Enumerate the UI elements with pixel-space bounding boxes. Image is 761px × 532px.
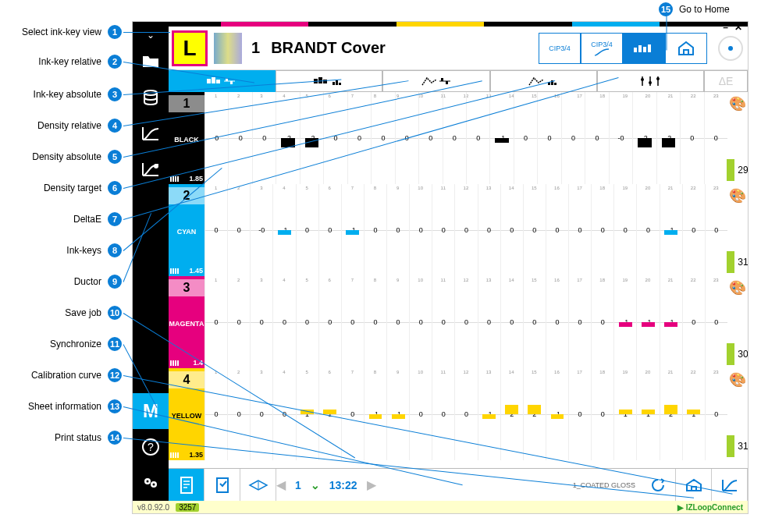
job-thumbnail[interactable] xyxy=(214,33,242,64)
ink-zone-cell[interactable]: 2 xyxy=(500,368,523,460)
ink-zone-cell[interactable]: 0 xyxy=(204,276,227,368)
ink-zone-cell[interactable]: 0 xyxy=(705,276,727,368)
tab-inkkey-absolute[interactable] xyxy=(276,70,382,92)
ink-zone-cell[interactable]: 0 xyxy=(613,184,636,276)
ink-zone-cell[interactable]: 0 xyxy=(409,184,432,276)
ink-zone-cell[interactable]: 0 xyxy=(568,184,591,276)
ink-zone-cell[interactable]: 0 xyxy=(296,276,318,368)
ink-zone-cell[interactable]: 0 xyxy=(227,184,250,276)
ink-zone-cell[interactable]: 0 xyxy=(371,92,394,184)
ink-zone-cell[interactable]: -1 xyxy=(546,368,568,460)
ink-zone-cell[interactable]: -0 xyxy=(609,92,632,184)
ink-zone-cell[interactable]: 0 xyxy=(364,276,386,368)
ink-zone-cell[interactable]: 0 xyxy=(537,92,560,184)
ink-zone-cell[interactable]: 0 xyxy=(228,92,251,184)
ink-zone-cell[interactable]: 0 xyxy=(341,368,364,460)
ink-zone-cell[interactable]: 1 xyxy=(613,368,636,460)
ink-zone-cell[interactable]: 0 xyxy=(296,184,318,276)
ink-zone-cell[interactable]: 0 xyxy=(591,368,613,460)
ink-zone-cell[interactable]: 0 xyxy=(591,184,613,276)
ink-zone-cell[interactable]: 2 xyxy=(660,368,682,460)
ink-zone-cell[interactable]: 0 xyxy=(204,184,227,276)
tab-deltae[interactable]: ΔE xyxy=(704,70,748,92)
ink-zone-cell[interactable]: 0 xyxy=(705,368,727,460)
ink-zone-cell[interactable]: 0 xyxy=(318,184,341,276)
ink-zone-cell[interactable]: 0 xyxy=(568,368,591,460)
ink-zone-cell[interactable]: 0 xyxy=(272,368,295,460)
ink-zone-cell[interactable]: 0 xyxy=(523,184,546,276)
ink-zone-cell[interactable]: 0 xyxy=(704,92,727,184)
ink-zone-cell[interactable]: -1 xyxy=(272,184,295,276)
ink-zone-cell[interactable]: 0 xyxy=(514,92,537,184)
print-status-button[interactable] xyxy=(676,469,712,501)
status-indicator[interactable] xyxy=(718,36,743,61)
cip34-button[interactable]: CIP3/4 xyxy=(539,33,581,64)
ink-zone-cell[interactable]: 0 xyxy=(478,276,500,368)
ink-zone-cell[interactable]: 0 xyxy=(227,276,250,368)
tab-inkkey-relative[interactable] xyxy=(169,70,276,92)
cip34-curve-button[interactable]: CIP3/4 xyxy=(581,33,623,64)
ink-zone-cell[interactable]: 0 xyxy=(386,184,409,276)
ink-zone-cell[interactable]: 0 xyxy=(341,276,364,368)
ink-zone-cell[interactable]: -1 xyxy=(613,276,636,368)
ink-zone-cell[interactable]: 0 xyxy=(395,92,418,184)
ink-zone-cell[interactable]: 0 xyxy=(432,276,454,368)
settings-button[interactable] xyxy=(133,465,169,501)
database-button[interactable] xyxy=(133,80,169,115)
collapse-button[interactable]: ⌄ xyxy=(133,27,169,44)
ink-zone-cell[interactable]: -1 xyxy=(660,276,682,368)
ink-zone-cell[interactable]: 0 xyxy=(585,92,608,184)
ink-zone-cell[interactable]: 0 xyxy=(546,184,568,276)
sync-button[interactable]: M xyxy=(133,393,169,429)
spread-button[interactable] xyxy=(240,469,276,501)
ink-zone-cell[interactable]: 0 xyxy=(705,184,727,276)
ink-label[interactable]: 3MAGENTA1.4 xyxy=(169,276,204,368)
palette-icon[interactable]: 🎨 xyxy=(729,95,746,112)
ink-label[interactable]: 1BLACK1.85 xyxy=(169,92,204,184)
ink-zone-cell[interactable]: 0 xyxy=(454,184,477,276)
ink-zone-cell[interactable]: 0 xyxy=(250,368,272,460)
ink-zone-cell[interactable]: 0 xyxy=(500,276,523,368)
ink-zone-cell[interactable]: 0 xyxy=(409,276,432,368)
ink-zone-cell[interactable]: 0 xyxy=(454,368,477,460)
ink-zone-cell[interactable]: 0 xyxy=(478,184,500,276)
palette-icon[interactable]: 🎨 xyxy=(729,187,746,204)
ink-zone-cell[interactable]: 0 xyxy=(432,184,454,276)
ink-zone-cell[interactable]: 0 xyxy=(318,276,341,368)
ink-zone-cell[interactable]: 0 xyxy=(682,184,705,276)
close-button[interactable]: ✕ xyxy=(732,22,745,33)
ink-zone-cell[interactable]: -2 xyxy=(300,92,323,184)
inkkeys-view-button[interactable] xyxy=(623,33,665,64)
minimize-button[interactable]: – xyxy=(720,22,731,33)
ink-zone-cell[interactable]: 0 xyxy=(466,92,489,184)
ink-zone-cell[interactable]: 0 xyxy=(546,276,568,368)
ink-zone-cell[interactable]: 0 xyxy=(227,368,250,460)
ink-zone-cell[interactable]: 2 xyxy=(523,368,546,460)
next-sheet-button[interactable]: ▶ xyxy=(367,477,376,492)
refresh-button[interactable] xyxy=(640,469,676,501)
ink-zone-cell[interactable]: 0 xyxy=(500,184,523,276)
ink-zone-cell[interactable]: 0 xyxy=(418,92,442,184)
ink-zone-cell[interactable]: 0 xyxy=(591,276,613,368)
ink-zone-cell[interactable]: 0 xyxy=(432,368,454,460)
ink-zone-cell[interactable]: 1 xyxy=(318,368,341,460)
ink-zone-cell[interactable]: 0 xyxy=(561,92,585,184)
ink-zone-cell[interactable]: 0 xyxy=(250,276,272,368)
calibration-curve-button[interactable] xyxy=(712,469,748,501)
ink-zone-cell[interactable]: -1 xyxy=(341,184,364,276)
ink-zone-cell[interactable]: 0 xyxy=(364,184,386,276)
ink-zone-cell[interactable]: 0 xyxy=(682,276,705,368)
folder-button[interactable] xyxy=(133,44,169,80)
ink-zone-cell[interactable]: -2 xyxy=(632,92,656,184)
ink-zone-cell[interactable]: 0 xyxy=(568,276,591,368)
ink-zone-cell[interactable]: 0 xyxy=(409,368,432,460)
curve-button[interactable] xyxy=(133,115,169,151)
tab-density-relative[interactable] xyxy=(382,70,489,92)
inkkey-view-badge[interactable]: L xyxy=(172,30,208,66)
home-button[interactable] xyxy=(665,33,707,64)
tab-density-absolute[interactable] xyxy=(490,70,597,92)
ink-zone-cell[interactable]: 0 xyxy=(204,92,228,184)
ink-zone-cell[interactable]: -1 xyxy=(636,276,659,368)
ink-zone-cell[interactable]: 0 xyxy=(454,276,477,368)
ink-zone-cell[interactable]: 0 xyxy=(272,276,295,368)
